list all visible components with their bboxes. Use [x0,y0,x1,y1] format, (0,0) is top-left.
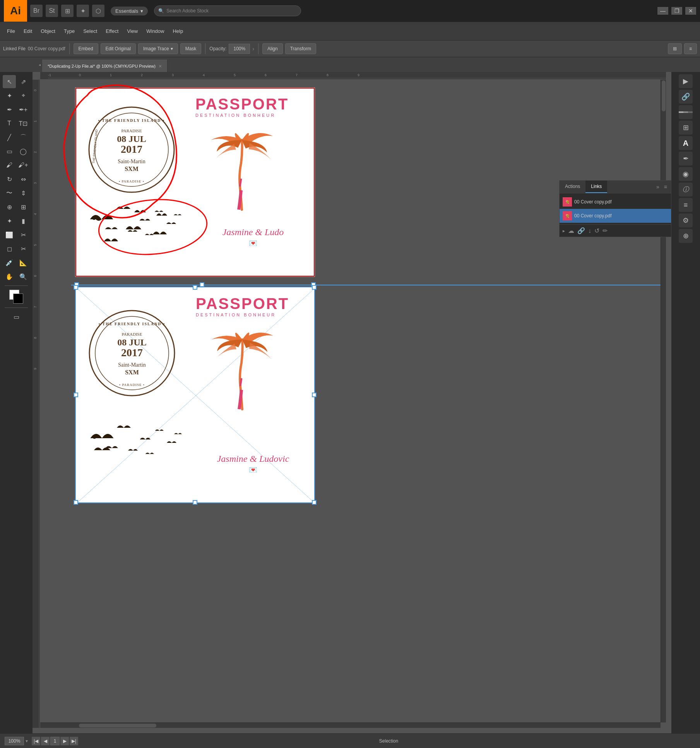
page2-handle-mt[interactable] [193,285,197,290]
search-bar[interactable]: 🔍 Search Adobe Stock [154,5,301,16]
zoom-input[interactable] [5,737,24,745]
shape-builder-tool[interactable]: ⊞ [17,200,30,213]
actions-tab[interactable]: Actions [560,181,585,193]
tab-close-icon[interactable]: × [159,63,162,69]
page2-handle-br[interactable] [312,500,317,505]
next-page-button[interactable]: ▶ [60,737,69,745]
align-button[interactable]: Align [262,43,283,54]
page2-handle-tr[interactable] [312,285,317,290]
panel-download-icon[interactable]: ↓ [588,227,591,234]
measure-tool[interactable]: 📐 [17,256,30,269]
more-icon[interactable]: ≡ [679,198,693,212]
page2-handle-mr[interactable] [312,393,317,397]
panel-menu-icon[interactable]: ≡ [662,182,669,191]
panel-cloud-icon[interactable]: ☁ [568,227,574,234]
first-page-button[interactable]: |◀ [32,737,40,745]
symbol-sprayer-tool[interactable]: ✦ [3,214,16,227]
menu-help[interactable]: Help [169,27,186,36]
menu-window[interactable]: Window [143,27,167,36]
selection-handle-middle[interactable] [200,282,204,287]
selection-tool[interactable]: ↖ [3,75,16,88]
opacity-expand-icon[interactable]: › [252,46,254,52]
scrollbar-h-thumb[interactable] [79,724,156,728]
artboard-tool[interactable]: ⬜ [3,228,16,241]
scrollbar-horizontal[interactable] [40,722,661,728]
stroke-color[interactable] [13,294,23,304]
menu-view[interactable]: View [124,27,141,36]
lasso-tool[interactable]: ⌖ [17,89,30,102]
maximize-button[interactable]: ❐ [671,7,682,15]
direct-selection-tool[interactable]: ⇗ [17,75,30,88]
ellipse-tool[interactable]: ◯ [17,145,30,158]
pen-tool[interactable]: ✒ [3,103,16,116]
bridge-icon[interactable]: Br [30,5,43,17]
last-page-button[interactable]: ▶| [70,737,78,745]
link-item-1[interactable]: 💐 00 Cover copy.pdf [560,195,671,209]
arrange-icon[interactable]: ✦ [77,5,89,17]
document-tab[interactable]: *Duplicating 2-Up File.ai* @ 100% (CMYK/… [42,60,168,72]
panel-expand-icon[interactable]: » [655,182,661,191]
width-tool[interactable]: ⇕ [17,186,30,200]
page2-handle-ml[interactable] [74,393,78,397]
properties-icon[interactable]: ⊞ [679,121,693,135]
links-tab[interactable]: Links [585,181,607,193]
mask-button[interactable]: Mask [180,43,202,54]
navigator-icon[interactable]: ⊕ [679,229,693,243]
embed-button[interactable]: Embed [74,43,98,54]
brush-icon[interactable]: ✒ [679,152,693,166]
play-button[interactable]: ▶ [679,74,693,88]
menu-object[interactable]: Object [38,27,58,36]
scrollbar-thumb[interactable] [662,80,666,111]
scissors-tool[interactable]: ✂ [17,242,30,255]
page2-handle-mb[interactable] [193,500,197,505]
eyedropper-tool[interactable]: 💉 [3,256,16,269]
pattern-icon[interactable]: ⚙ [679,213,693,227]
menu-effect[interactable]: Effect [103,27,122,36]
menu-type[interactable]: Type [61,27,78,36]
menu-edit[interactable]: Edit [21,27,35,36]
area-type-tool[interactable]: T⊡ [17,117,30,130]
page-number-input[interactable] [50,737,60,745]
panel-link-icon[interactable]: 🔗 [577,227,585,234]
opacity-input[interactable] [229,44,250,54]
change-screen-mode-button[interactable]: ▭ [10,310,23,323]
menu-select[interactable]: Select [80,27,100,36]
arrange-view-button[interactable]: ⊞ [668,43,682,54]
appearance-icon[interactable]: ◉ [679,167,693,181]
panel-collapse-icon[interactable]: ▸ [563,228,565,234]
magic-wand-tool[interactable]: ✦ [3,89,16,102]
page2-handle-bl[interactable] [74,500,78,505]
links-icon[interactable]: 🔗 [679,90,693,104]
layers-icon[interactable] [679,105,693,119]
info-icon[interactable]: ⓘ [679,183,693,196]
scrollbar-vertical[interactable] [661,80,666,722]
transform-button[interactable]: Transform [285,43,316,54]
arc-tool[interactable]: ⌒ [17,131,30,144]
edit-original-button[interactable]: Edit Original [101,43,136,54]
workspace-switcher[interactable]: Essentials ▾ [111,7,148,15]
free-transform-tool[interactable]: ⊕ [3,200,16,213]
paintbrush-tool[interactable]: 🖌 [3,159,16,172]
rect-tool[interactable]: ▭ [3,145,16,158]
panel-refresh-icon[interactable]: ↺ [594,227,599,234]
rotate-tool[interactable]: ↻ [3,172,16,186]
image-trace-button[interactable]: Image Trace ▾ [138,43,178,54]
link-item-2[interactable]: 💐 00 Cover copy.pdf [560,209,671,223]
stock-icon[interactable]: St [46,5,58,17]
add-anchor-tool[interactable]: ✒+ [17,103,30,116]
hand-tool[interactable]: ✋ [3,270,16,283]
properties-button[interactable]: ≡ [684,43,697,54]
column-graph-tool[interactable]: ▮ [17,214,30,227]
type-tool[interactable]: T [3,117,16,130]
line-tool[interactable]: ╱ [3,131,16,144]
type-icon[interactable]: A [679,136,693,150]
kuler-icon[interactable]: ⬡ [92,5,104,17]
workspace-layout-icon[interactable]: ⊞ [61,5,74,17]
minimize-button[interactable]: — [657,7,668,15]
warp-tool[interactable]: 〜 [3,186,16,200]
slice-tool[interactable]: ✂ [17,228,30,241]
panels-collapse-icon[interactable]: ◂ [37,57,42,72]
zoom-tool[interactable]: 🔍 [17,270,30,283]
scale-tool[interactable]: ⇔ [17,172,30,186]
panel-edit-icon[interactable]: ✏ [602,227,608,234]
